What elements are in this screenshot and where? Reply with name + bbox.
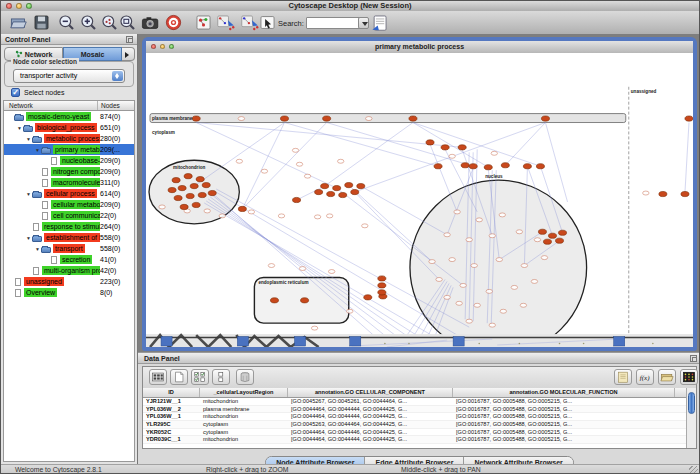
tree-row[interactable]: macromolecule311(0) — [4, 177, 134, 188]
graph-node-outline[interactable] — [366, 117, 372, 121]
graph-node[interactable] — [196, 177, 204, 182]
zoom-in-icon[interactable] — [79, 13, 98, 32]
graph-node[interactable] — [172, 178, 180, 183]
tree-row[interactable]: ▼cellular process614(0) — [4, 188, 134, 199]
float-data-panel-icon[interactable] — [690, 355, 697, 362]
graph-node[interactable] — [357, 184, 365, 189]
tree-row[interactable]: unassigned223(0) — [4, 276, 134, 287]
graph-node-outline[interactable] — [326, 214, 332, 218]
graph-node[interactable] — [461, 163, 469, 168]
table-row[interactable]: YPL036W__1mitochondrion[GO:0044464, GO:0… — [143, 413, 686, 421]
graph-node[interactable] — [685, 116, 693, 121]
graph-node[interactable] — [208, 190, 216, 195]
graph-node[interactable] — [484, 165, 492, 170]
zoom-fit-icon[interactable] — [118, 13, 137, 32]
table-scrollbar[interactable] — [686, 388, 696, 448]
disclosure-triangle-icon[interactable]: ▼ — [25, 235, 32, 241]
tab-overflow-arrow[interactable] — [122, 47, 135, 61]
table-row[interactable]: YDR039C__1mitochondrion[GO:0044464, GO:0… — [143, 436, 686, 444]
graph-node-outline[interactable] — [531, 279, 537, 283]
hide-nodes-icon[interactable] — [240, 13, 259, 32]
graph-node-outline[interactable] — [278, 214, 284, 218]
graph-node[interactable] — [270, 298, 278, 303]
graph-node-outline[interactable] — [362, 224, 368, 228]
graph-node-outline[interactable] — [219, 214, 225, 218]
network-canvas[interactable]: plasma membranecytoplasmmitochondrionnuc… — [146, 53, 693, 347]
column-header[interactable]: annotation.GO MOLECULAR_FUNCTION — [453, 388, 675, 397]
graph-node-outline[interactable] — [486, 289, 492, 293]
graph-node[interactable] — [333, 185, 341, 190]
graph-node[interactable] — [378, 290, 386, 295]
graph-node-outline[interactable] — [299, 267, 305, 271]
graph-node-outline[interactable] — [474, 303, 480, 307]
graph-node[interactable] — [202, 183, 210, 188]
disclosure-triangle-icon[interactable]: ▼ — [25, 191, 32, 197]
graph-node[interactable] — [186, 193, 194, 198]
graph-node[interactable] — [238, 206, 246, 211]
disclosure-triangle-icon[interactable]: ▼ — [16, 125, 23, 131]
graph-node[interactable] — [327, 191, 335, 196]
graph-node[interactable] — [548, 233, 556, 238]
graph-node-outline[interactable] — [643, 191, 649, 195]
graph-node[interactable] — [339, 192, 347, 197]
node-color-dropdown[interactable]: transporter activity — [13, 69, 125, 83]
tree-row[interactable]: nucleobase-209(0) — [4, 155, 134, 166]
graph-node[interactable] — [559, 230, 567, 235]
graph-node[interactable] — [280, 116, 288, 121]
annotation-icon[interactable] — [258, 13, 277, 32]
disclosure-triangle-icon[interactable]: ▼ — [34, 246, 41, 252]
graph-node[interactable] — [192, 202, 200, 207]
snapshot-icon[interactable] — [140, 13, 159, 32]
graph-node[interactable] — [321, 184, 329, 189]
attribute-matrix-icon[interactable] — [680, 369, 698, 385]
graph-node[interactable] — [190, 184, 198, 189]
help-icon[interactable] — [164, 13, 183, 32]
graph-node-outline[interactable] — [347, 309, 353, 313]
graph-node-outline[interactable] — [489, 323, 495, 327]
tree-row[interactable]: ▼metabolic process280(0) — [4, 133, 134, 144]
zoom-out-icon[interactable] — [57, 13, 76, 32]
graph-node[interactable] — [301, 298, 309, 303]
graph-node-outline[interactable] — [292, 148, 298, 152]
graph-node[interactable] — [469, 164, 477, 169]
graph-node[interactable] — [434, 164, 442, 169]
scrollbar-thumb[interactable] — [688, 392, 695, 414]
graph-node-outline[interactable] — [436, 277, 442, 281]
graph-node[interactable] — [378, 283, 386, 288]
disclosure-triangle-icon[interactable]: ▼ — [25, 136, 32, 142]
graph-node[interactable] — [174, 195, 182, 200]
function-builder-icon[interactable]: f(x) — [636, 369, 654, 385]
select-nodes-checkbox[interactable]: ✓ — [11, 88, 20, 97]
graph-node[interactable] — [409, 116, 417, 121]
tree-row[interactable]: cellular metabol209(0) — [4, 199, 134, 210]
graph-node[interactable] — [659, 191, 667, 196]
graph-node-outline[interactable] — [471, 264, 477, 268]
graph-node-outline[interactable] — [534, 238, 540, 242]
graph-node[interactable] — [426, 140, 434, 145]
notes-icon[interactable] — [614, 369, 632, 385]
select-attributes-icon[interactable] — [191, 369, 209, 385]
graph-node-outline[interactable] — [311, 326, 317, 330]
graph-node[interactable] — [315, 189, 323, 194]
graph-node[interactable] — [523, 164, 531, 169]
graph-node-outline[interactable] — [268, 264, 274, 268]
graph-node-outline[interactable] — [500, 309, 506, 313]
hide-edges-icon[interactable] — [216, 13, 235, 32]
graph-node-outline[interactable] — [521, 264, 527, 268]
open-folder-icon[interactable] — [9, 13, 28, 32]
graph-node[interactable] — [192, 116, 200, 121]
graph-node[interactable] — [378, 276, 386, 281]
view-settings-icon[interactable] — [194, 13, 213, 32]
graph-node-outline[interactable] — [314, 215, 320, 219]
graph-node-outline[interactable] — [238, 117, 244, 121]
graph-node-outline[interactable] — [449, 154, 455, 158]
graph-node[interactable] — [501, 163, 509, 168]
tree-row[interactable]: nitrogen compo209(0) — [4, 166, 134, 177]
graph-node[interactable] — [536, 164, 544, 169]
zoom-selected-icon[interactable] — [100, 13, 119, 32]
graph-node[interactable] — [178, 185, 186, 190]
graph-node[interactable] — [293, 197, 301, 202]
graph-node[interactable] — [198, 192, 206, 197]
graph-node[interactable] — [180, 204, 188, 209]
new-attribute-icon[interactable] — [170, 369, 188, 385]
